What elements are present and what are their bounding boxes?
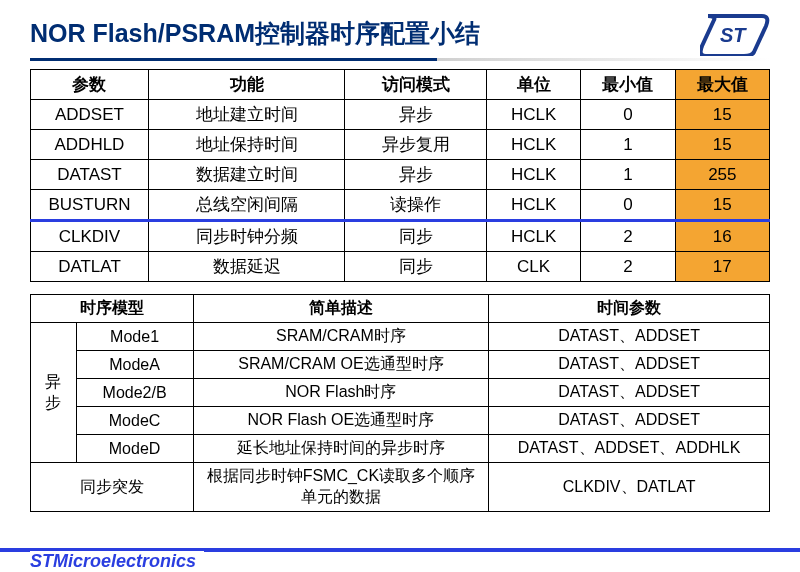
param-max: 17 xyxy=(675,252,769,282)
mode-name: Mode2/B xyxy=(76,379,193,407)
param-min: 2 xyxy=(581,221,675,252)
param-name: ADDSET xyxy=(31,100,149,130)
param-unit: HCLK xyxy=(486,130,580,160)
param-max: 15 xyxy=(675,130,769,160)
param-min: 1 xyxy=(581,160,675,190)
col-header: 访问模式 xyxy=(345,70,487,100)
mode-desc: SRAM/CRAM时序 xyxy=(193,323,489,351)
param-func: 总线空闲间隔 xyxy=(148,190,345,221)
param-name: ADDHLD xyxy=(31,130,149,160)
mode-name: 同步突发 xyxy=(31,463,194,512)
param-max: 255 xyxy=(675,160,769,190)
param-name: DATLAT xyxy=(31,252,149,282)
param-min: 1 xyxy=(581,130,675,160)
footer-brand: STMicroelectronics xyxy=(30,551,204,572)
mode-desc: NOR Flash时序 xyxy=(193,379,489,407)
mode-desc: 延长地址保持时间的异步时序 xyxy=(193,435,489,463)
param-mode: 同步 xyxy=(345,221,487,252)
param-table: 参数 功能 访问模式 单位 最小值 最大值 ADDSET地址建立时间异步HCLK… xyxy=(30,69,770,282)
param-func: 地址建立时间 xyxy=(148,100,345,130)
col-header: 单位 xyxy=(486,70,580,100)
mode-params: DATAST、ADDSET xyxy=(489,407,770,435)
page-title: NOR Flash/PSRAM控制器时序配置小结 xyxy=(30,17,480,50)
svg-text:ST: ST xyxy=(720,24,747,46)
param-func: 数据延迟 xyxy=(148,252,345,282)
param-mode: 异步复用 xyxy=(345,130,487,160)
param-name: BUSTURN xyxy=(31,190,149,221)
model-table: 时序模型 简单描述 时间参数 异步Mode1SRAM/CRAM时序DATAST、… xyxy=(30,294,770,512)
col-header: 最大值 xyxy=(675,70,769,100)
param-max: 16 xyxy=(675,221,769,252)
mode-params: DATAST、ADDSET xyxy=(489,379,770,407)
title-underline xyxy=(30,58,770,61)
mode-params: DATAST、ADDSET xyxy=(489,323,770,351)
param-max: 15 xyxy=(675,100,769,130)
col-header: 参数 xyxy=(31,70,149,100)
mode-desc: SRAM/CRAM OE选通型时序 xyxy=(193,351,489,379)
param-func: 地址保持时间 xyxy=(148,130,345,160)
mode-name: ModeC xyxy=(76,407,193,435)
param-unit: CLK xyxy=(486,252,580,282)
mode-params: CLKDIV、DATLAT xyxy=(489,463,770,512)
param-mode: 异步 xyxy=(345,160,487,190)
col-header: 最小值 xyxy=(581,70,675,100)
param-min: 0 xyxy=(581,100,675,130)
param-mode: 同步 xyxy=(345,252,487,282)
col-header: 时间参数 xyxy=(489,295,770,323)
mode-name: Mode1 xyxy=(76,323,193,351)
col-header: 功能 xyxy=(148,70,345,100)
param-name: DATAST xyxy=(31,160,149,190)
param-unit: HCLK xyxy=(486,190,580,221)
param-min: 2 xyxy=(581,252,675,282)
param-mode: 读操作 xyxy=(345,190,487,221)
mode-desc: NOR Flash OE选通型时序 xyxy=(193,407,489,435)
mode-name: ModeA xyxy=(76,351,193,379)
col-header: 简单描述 xyxy=(193,295,489,323)
mode-desc: 根据同步时钟FSMC_CK读取多个顺序单元的数据 xyxy=(193,463,489,512)
param-name: CLKDIV xyxy=(31,221,149,252)
param-min: 0 xyxy=(581,190,675,221)
mode-params: DATAST、ADDSET xyxy=(489,351,770,379)
param-max: 15 xyxy=(675,190,769,221)
param-unit: HCLK xyxy=(486,221,580,252)
param-unit: HCLK xyxy=(486,160,580,190)
col-header: 时序模型 xyxy=(31,295,194,323)
param-func: 同步时钟分频 xyxy=(148,221,345,252)
param-unit: HCLK xyxy=(486,100,580,130)
mode-name: ModeD xyxy=(76,435,193,463)
param-func: 数据建立时间 xyxy=(148,160,345,190)
param-mode: 异步 xyxy=(345,100,487,130)
rowgroup-label: 异步 xyxy=(31,323,77,463)
mode-params: DATAST、ADDSET、ADDHLK xyxy=(489,435,770,463)
st-logo: ST xyxy=(700,10,770,56)
